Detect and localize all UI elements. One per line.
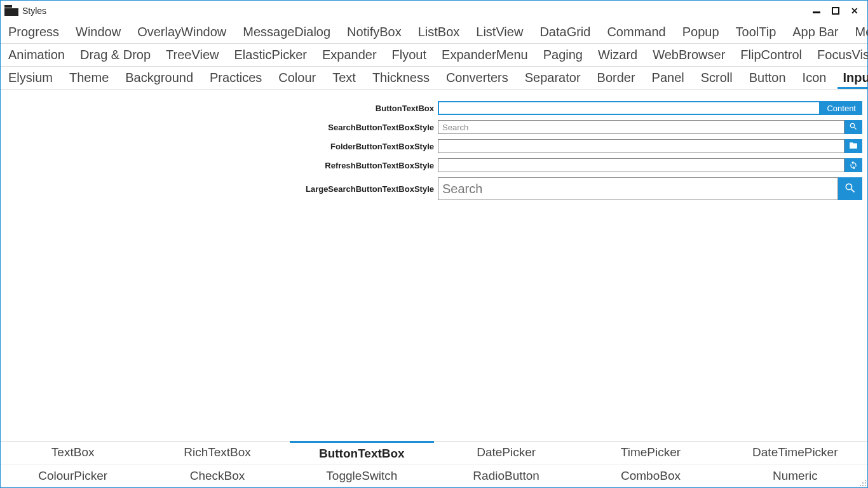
tab-paging[interactable]: Paging	[538, 45, 588, 66]
tab-border[interactable]: Border	[592, 68, 641, 89]
tab-input[interactable]: Input	[837, 68, 868, 89]
tab-messagedialog[interactable]: MessageDialog	[238, 22, 336, 43]
tab-converters[interactable]: Converters	[441, 68, 513, 89]
tab-expandermenu[interactable]: ExpanderMenu	[437, 45, 533, 66]
tab-menuitem[interactable]: MenuItem	[850, 22, 868, 43]
form-row-searchbuttontextboxstyle: SearchButtonTextBoxStyle	[6, 120, 862, 134]
top-tabs-row-2: AnimationDrag & DropTreeViewElasticPicke…	[1, 44, 867, 67]
content-area: ButtonTextBoxContentSearchButtonTextBoxS…	[1, 90, 867, 441]
search-icon	[849, 122, 858, 133]
tab-command[interactable]: Command	[602, 22, 670, 43]
folder-icon	[4, 5, 18, 17]
field-label: ButtonTextBox	[6, 101, 438, 115]
tab-text[interactable]: Text	[327, 68, 361, 89]
folderbuttontextboxstyle-input[interactable]	[438, 139, 844, 153]
top-tabs-row-1: ProgressWindowOverlayWindowMessageDialog…	[1, 21, 867, 44]
tab-separator[interactable]: Separator	[520, 68, 586, 89]
tab-theme[interactable]: Theme	[64, 68, 114, 89]
tab-focusvisualstyle[interactable]: FocusVisualStyle	[812, 45, 868, 66]
field-label: SearchButtonTextBoxStyle	[6, 120, 438, 134]
form-row-folderbuttontextboxstyle: FolderButtonTextBoxStyle	[6, 139, 862, 153]
field-label: LargeSearchButtonTextBoxStyle	[6, 177, 438, 200]
tab-scroll[interactable]: Scroll	[696, 68, 738, 89]
search-icon-button[interactable]	[844, 120, 862, 134]
folder-icon	[849, 141, 858, 152]
refresh-icon-button[interactable]	[844, 158, 862, 172]
bottom-tab-richtextbox[interactable]: RichTextBox	[145, 442, 289, 464]
tab-window[interactable]: Window	[71, 22, 126, 43]
tab-overlaywindow[interactable]: OverlayWindow	[132, 22, 231, 43]
bottom-tab-toggleswitch[interactable]: ToggleSwitch	[290, 465, 434, 487]
bottom-tab-combobox[interactable]: ComboBox	[578, 465, 722, 487]
bottom-tab-checkbox[interactable]: CheckBox	[145, 465, 289, 487]
bottom-tab-textbox[interactable]: TextBox	[1, 442, 145, 464]
tab-listview[interactable]: ListView	[471, 22, 528, 43]
tab-popup[interactable]: Popup	[677, 22, 724, 43]
field-label: FolderButtonTextBoxStyle	[6, 139, 438, 153]
tab-icon[interactable]: Icon	[797, 68, 832, 89]
tab-elysium[interactable]: Elysium	[3, 68, 58, 89]
field-label: RefreshButtonTextBoxStyle	[6, 158, 438, 172]
tab-listbox[interactable]: ListBox	[413, 22, 465, 43]
tab-practices[interactable]: Practices	[205, 68, 267, 89]
tab-treeview[interactable]: TreeView	[161, 45, 224, 66]
refreshbuttontextboxstyle-input[interactable]	[438, 158, 844, 172]
tab-thickness[interactable]: Thickness	[367, 68, 435, 89]
bottom-tabs: TextBoxRichTextBoxButtonTextBoxDatePicke…	[1, 441, 867, 487]
resize-grip-icon[interactable]	[858, 478, 866, 486]
tab-background[interactable]: Background	[120, 68, 198, 89]
refresh-icon	[849, 160, 858, 171]
form-row-largesearchbuttontextboxstyle: LargeSearchButtonTextBoxStyle	[6, 177, 862, 200]
tab-datagrid[interactable]: DataGrid	[534, 22, 595, 43]
bottom-tab-numeric[interactable]: Numeric	[723, 465, 867, 487]
bottom-tabs-row-1: TextBoxRichTextBoxButtonTextBoxDatePicke…	[1, 442, 867, 465]
window-title: Styles	[22, 6, 46, 16]
close-icon[interactable]: ✕	[851, 6, 858, 15]
bottom-tabs-row-2: ColourPickerCheckBoxToggleSwitchRadioBut…	[1, 465, 867, 487]
form-row-buttontextbox: ButtonTextBoxContent	[6, 101, 862, 115]
content-button[interactable]: Content	[820, 101, 862, 115]
tab-flipcontrol[interactable]: FlipControl	[735, 45, 807, 66]
tab-notifybox[interactable]: NotifyBox	[342, 22, 407, 43]
maximize-icon[interactable]	[832, 7, 839, 15]
tab-button[interactable]: Button	[744, 68, 791, 89]
buttontextbox-input[interactable]	[438, 101, 820, 115]
bottom-tab-datetimepicker[interactable]: DateTimePicker	[723, 442, 867, 464]
folder-icon-button[interactable]	[844, 139, 862, 153]
bottom-tab-buttontextbox[interactable]: ButtonTextBox	[290, 441, 434, 464]
search-icon-button[interactable]	[838, 177, 862, 200]
minimize-icon[interactable]	[813, 7, 820, 15]
tab-elasticpicker[interactable]: ElasticPicker	[229, 45, 311, 66]
tab-webbrowser[interactable]: WebBrowser	[648, 45, 730, 66]
form-row-refreshbuttontextboxstyle: RefreshButtonTextBoxStyle	[6, 158, 862, 172]
largesearchbuttontextboxstyle-input[interactable]	[438, 177, 838, 200]
tab-progress[interactable]: Progress	[3, 22, 64, 43]
titlebar[interactable]: Styles ✕	[1, 1, 867, 21]
tab-drag-drop[interactable]: Drag & Drop	[75, 45, 156, 66]
bottom-tab-timepicker[interactable]: TimePicker	[578, 442, 722, 464]
tab-colour[interactable]: Colour	[273, 68, 321, 89]
tab-tooltip[interactable]: ToolTip	[731, 22, 782, 43]
tab-expander[interactable]: Expander	[317, 45, 382, 66]
tab-wizard[interactable]: Wizard	[593, 45, 642, 66]
searchbuttontextboxstyle-input[interactable]	[438, 120, 844, 134]
bottom-tab-colourpicker[interactable]: ColourPicker	[1, 465, 145, 487]
tab-panel[interactable]: Panel	[647, 68, 689, 89]
search-icon	[844, 182, 857, 196]
app-window: Styles ✕ ProgressWindowOverlayWindowMess…	[0, 0, 868, 488]
bottom-tab-radiobutton[interactable]: RadioButton	[434, 465, 578, 487]
tab-flyout[interactable]: Flyout	[387, 45, 431, 66]
tab-app-bar[interactable]: App Bar	[787, 22, 843, 43]
top-tabs-row-3: ElysiumThemeBackgroundPracticesColourTex…	[1, 67, 867, 90]
tab-animation[interactable]: Animation	[3, 45, 70, 66]
bottom-tab-datepicker[interactable]: DatePicker	[434, 442, 578, 464]
